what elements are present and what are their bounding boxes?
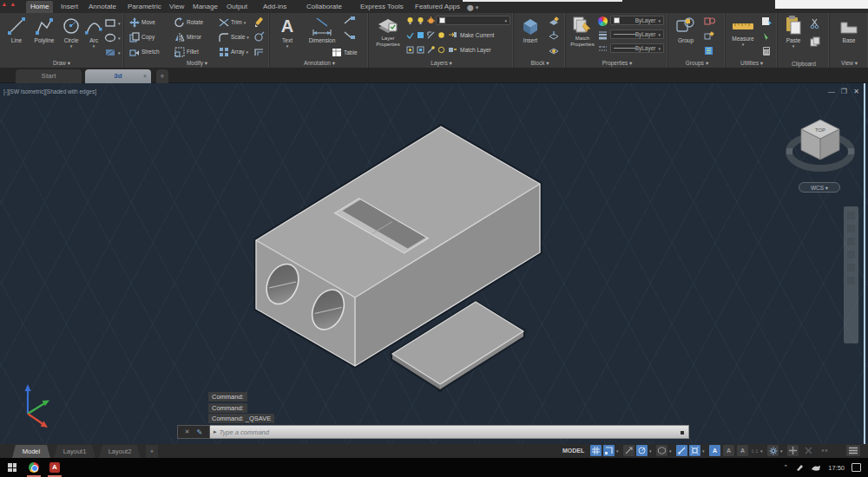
layer-state-icons[interactable] [406,15,435,26]
text-button[interactable]: A Text ▾ [274,16,300,49]
tab-home[interactable]: Home [26,1,53,13]
snap-toggle[interactable] [603,445,615,456]
arc-button[interactable]: Arc ▾ [83,16,104,49]
cut-button[interactable] [810,17,821,29]
status-model-label[interactable]: MODEL [562,446,584,456]
table-button[interactable]: Table [332,47,358,58]
panel-label-view[interactable]: View ▾ [831,60,868,67]
tray-pen-icon[interactable] [795,463,804,472]
tab-view[interactable]: View [165,1,188,13]
move-button[interactable]: Move [129,16,155,28]
tab-insert[interactable]: Insert [56,1,82,13]
command-line-tools[interactable]: ✕ ✎ [177,425,210,439]
new-layout-button[interactable]: + [146,445,158,458]
annotation-monitor[interactable] [787,445,799,456]
annotation-visibility-toggle[interactable]: A [709,445,720,456]
snap-dropdown-icon[interactable]: ▾ [616,448,619,454]
panel-label-clipboard[interactable]: Clipboard [779,61,829,67]
quick-properties-toggle[interactable] [803,445,814,456]
erase-button[interactable] [253,16,265,28]
panel-label-modify[interactable]: Modify ▾ [125,60,269,67]
layer-dropdown[interactable]: ▾ [436,16,510,25]
isodraft-toggle[interactable] [656,445,667,456]
circle-button[interactable]: Circle ▾ [59,16,83,49]
osnap-toggle[interactable] [689,445,700,456]
ellipse-button[interactable]: ▾ [104,32,121,43]
leader-button[interactable] [344,15,356,26]
dimension-button[interactable]: Dimension [304,16,340,43]
rectangle-button[interactable]: ▾ [104,17,121,29]
navbar-icon-4[interactable] [847,251,855,258]
isodraft-dropdown-icon[interactable]: ▾ [669,448,672,454]
autoscale-toggle[interactable]: A [723,445,734,456]
copy-clip-button[interactable] [810,36,821,47]
navbar-icon-2[interactable] [847,225,855,232]
make-current-row[interactable]: Make Current [406,29,494,41]
hatch-button[interactable]: ▾ [104,47,121,58]
explode-button[interactable] [253,31,265,42]
ungroup-button[interactable] [704,16,715,27]
navigation-bar[interactable] [844,206,858,343]
wcs-dropdown[interactable]: WCS ▾ [799,182,840,193]
match-properties-button[interactable]: Match Properties [569,16,596,47]
windows-start-button[interactable] [8,463,16,472]
command-customize-icon[interactable]: ✎ [196,428,202,436]
panel-label-draw[interactable]: Draw ▾ [0,60,123,67]
infer-toggle[interactable] [623,445,635,456]
tab-collaborate[interactable]: Collaborate [302,1,346,13]
drawing-tab-start[interactable]: Start [16,69,82,83]
panel-label-utilities[interactable]: Utilities ▾ [727,60,777,67]
object-color-dropdown[interactable]: ByLayer▾ [610,16,664,25]
command-close-icon[interactable]: ✕ [185,428,190,435]
calculator-button[interactable] [761,45,773,56]
block-create-button[interactable] [548,30,559,42]
tab-output[interactable]: Output [222,1,252,13]
tray-expand-icon[interactable]: ⌃ [783,464,788,471]
new-drawing-tab-button[interactable]: + [156,69,168,83]
ribbon-options-icon[interactable]: ⬤ ▾ [467,4,478,11]
autocad-taskbar-icon[interactable]: A [49,462,60,473]
copy-button[interactable]: Copy [129,31,155,42]
tab-manage[interactable]: Manage [188,1,222,13]
command-input[interactable]: ▸ Type a command [210,425,689,439]
tray-touchpad-icon[interactable] [811,464,821,472]
polar-toggle[interactable] [636,445,648,456]
mirror-button[interactable]: Mirror [174,31,201,42]
block-attribute-button[interactable] [548,45,559,56]
linetype-dropdown[interactable]: ByLayer▾ [610,43,664,53]
tab-annotate[interactable]: Annotate [84,1,121,13]
panel-label-properties[interactable]: Properties ▾ [567,60,667,67]
scale-button[interactable]: Fillet [174,46,199,57]
paste-button[interactable]: Paste ▾ [781,16,806,49]
quick-select-button[interactable] [761,16,773,27]
customization-menu[interactable] [846,445,860,456]
action-center-icon[interactable] [852,463,861,472]
navbar-icon-6[interactable] [847,277,855,284]
command-line[interactable]: ✕ ✎ ▸ Type a command [177,425,689,439]
navbar-icon-5[interactable] [847,264,855,271]
workspace-switching[interactable] [767,445,779,456]
array-button[interactable]: Array▾ [219,46,248,57]
chrome-taskbar-icon[interactable] [29,462,39,473]
workspace-dropdown-icon[interactable]: ▾ [780,448,783,454]
tab-express-tools[interactable]: Express Tools [356,1,408,13]
layer-properties-button[interactable]: Layer Properties [372,16,404,47]
navbar-icon-1[interactable] [847,212,855,219]
layout1-tab[interactable]: Layout1 [54,445,95,458]
fillet-button[interactable]: Scale▾ [219,31,249,42]
quick-calc-button[interactable] [761,30,773,42]
command-grip[interactable] [681,431,684,435]
polar-dropdown-icon[interactable]: ▾ [649,448,652,454]
group-selection-button[interactable] [704,45,715,56]
close-tab-icon[interactable]: × [143,69,147,83]
match-layer-row[interactable]: Match Layer [406,44,491,56]
trim-button[interactable]: Trim▾ [219,16,246,28]
offset-button[interactable] [253,46,265,57]
tab-parametric[interactable]: Parametric [123,1,166,13]
model-tab[interactable]: Model [12,445,50,458]
annotation-scale-value[interactable]: 1:1 [749,445,760,456]
mleader-button[interactable] [344,29,356,41]
panel-label-annotation[interactable]: Annotation ▾ [271,60,368,67]
osnap-dropdown-icon[interactable]: ▾ [702,448,705,454]
block-edit-button[interactable] [548,16,559,27]
